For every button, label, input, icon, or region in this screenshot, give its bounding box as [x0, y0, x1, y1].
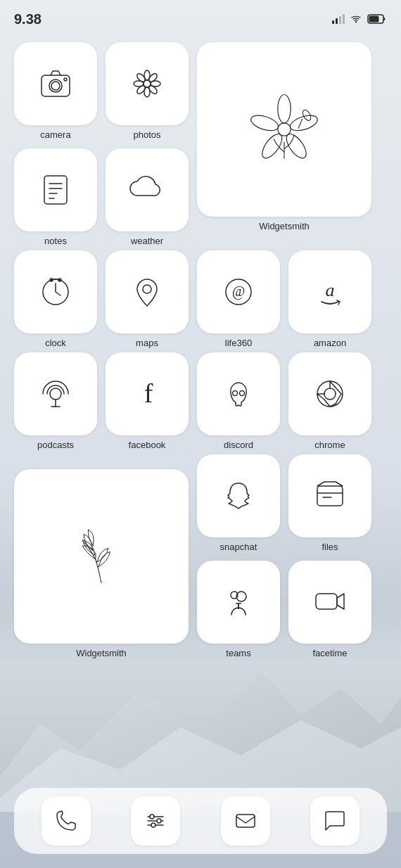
svg-point-6 — [64, 78, 67, 81]
battery-icon — [367, 14, 387, 24]
chrome-icon — [312, 376, 348, 412]
app-life360-label: life360 — [225, 338, 252, 348]
wifi-icon — [349, 14, 363, 24]
app-teams[interactable]: T teams — [197, 561, 280, 658]
app-podcasts[interactable]: podcasts — [14, 352, 97, 450]
weather-icon — [129, 172, 165, 208]
app-facebook-label: facebook — [129, 440, 166, 450]
app-notes[interactable]: notes — [14, 148, 97, 246]
photos-icon — [129, 65, 165, 102]
app-facetime-label: facetime — [312, 648, 347, 658]
maps-icon — [129, 274, 165, 310]
app-discord-label: discord — [224, 440, 253, 450]
svg-text:T: T — [236, 601, 241, 611]
svg-text:a: a — [326, 280, 335, 300]
svg-rect-47 — [317, 486, 343, 506]
app-camera[interactable]: camera — [14, 42, 97, 140]
svg-point-21 — [278, 95, 291, 123]
svg-text:f: f — [144, 378, 153, 408]
app-grid: camera notes — [0, 35, 401, 658]
app-snapchat[interactable]: snapchat — [197, 454, 280, 552]
svg-rect-53 — [316, 594, 337, 609]
svg-point-42 — [240, 391, 245, 396]
app-widgetsmith2-label: Widgetsmith — [76, 648, 127, 658]
app-podcasts-label: podcasts — [37, 440, 74, 450]
app-photos-label: photos — [133, 129, 160, 140]
dock-mail[interactable] — [221, 796, 270, 845]
app-clock-label: clock — [45, 338, 66, 348]
clock-icon — [37, 274, 74, 310]
phone-icon — [54, 809, 78, 833]
svg-point-57 — [150, 815, 154, 819]
app-maps-label: maps — [136, 338, 158, 348]
svg-point-59 — [151, 823, 155, 827]
facetime-icon — [312, 584, 348, 620]
status-icons — [332, 14, 387, 24]
discord-icon — [220, 376, 257, 412]
app-chrome-label: chrome — [314, 440, 345, 450]
status-bar: 9.38 — [0, 0, 401, 35]
svg-point-41 — [233, 391, 238, 396]
svg-point-20 — [144, 80, 151, 87]
camera-icon — [37, 65, 74, 102]
app-facetime[interactable]: facetime — [288, 561, 371, 658]
svg-point-5 — [51, 82, 60, 90]
files-icon — [312, 478, 348, 514]
app-maps[interactable]: maps — [106, 250, 189, 348]
app-files-label: files — [322, 542, 338, 552]
app-teams-label: teams — [226, 648, 250, 658]
app-life360[interactable]: @ life360 — [197, 250, 280, 348]
settings-icon — [144, 809, 167, 833]
app-clock[interactable]: clock — [14, 250, 97, 348]
life360-icon: @ — [220, 274, 257, 310]
flower-widget-icon — [246, 91, 323, 168]
svg-point-33 — [143, 285, 151, 293]
svg-point-25 — [249, 113, 280, 134]
plant-widget-icon — [66, 521, 136, 592]
app-photos[interactable]: photos — [106, 42, 189, 140]
amazon-icon: a — [312, 274, 348, 310]
app-weather[interactable]: weather — [106, 148, 189, 246]
podcasts-icon — [37, 376, 74, 412]
app-amazon[interactable]: a amazon — [288, 250, 371, 348]
svg-point-22 — [288, 113, 319, 134]
svg-point-58 — [157, 819, 161, 823]
app-files[interactable]: files — [288, 454, 371, 552]
app-discord[interactable]: discord — [197, 352, 280, 450]
status-time: 9.38 — [14, 11, 42, 27]
teams-icon: T — [220, 584, 257, 620]
dock-settings[interactable] — [131, 796, 180, 845]
svg-text:@: @ — [232, 283, 245, 300]
svg-rect-7 — [44, 176, 67, 204]
facebook-icon: f — [129, 376, 165, 412]
dock — [14, 788, 387, 854]
app-amazon-label: amazon — [314, 338, 346, 348]
signal-icon — [332, 14, 345, 24]
app-widgetsmith2[interactable]: Widgetsmith — [14, 469, 189, 658]
svg-point-37 — [50, 388, 61, 400]
app-snapchat-label: snapchat — [220, 542, 257, 552]
svg-point-26 — [278, 123, 291, 136]
svg-point-44 — [324, 388, 336, 400]
svg-rect-60 — [236, 815, 255, 827]
dock-messages[interactable] — [310, 796, 359, 845]
svg-rect-2 — [369, 16, 379, 23]
svg-line-28 — [298, 119, 303, 128]
app-widgetsmith1[interactable]: Widgetsmith — [197, 42, 371, 231]
app-widgetsmith1-label: Widgetsmith — [259, 221, 310, 231]
svg-point-0 — [355, 22, 356, 23]
snapchat-icon — [220, 478, 257, 514]
app-chrome[interactable]: chrome — [288, 352, 371, 450]
app-notes-label: notes — [44, 236, 67, 246]
messages-icon — [323, 809, 347, 833]
dock-phone[interactable] — [42, 796, 91, 845]
app-camera-label: camera — [40, 129, 70, 140]
mail-icon — [234, 809, 257, 833]
notes-icon — [37, 172, 74, 208]
app-facebook[interactable]: f facebook — [106, 352, 189, 450]
app-weather-label: weather — [131, 236, 163, 246]
